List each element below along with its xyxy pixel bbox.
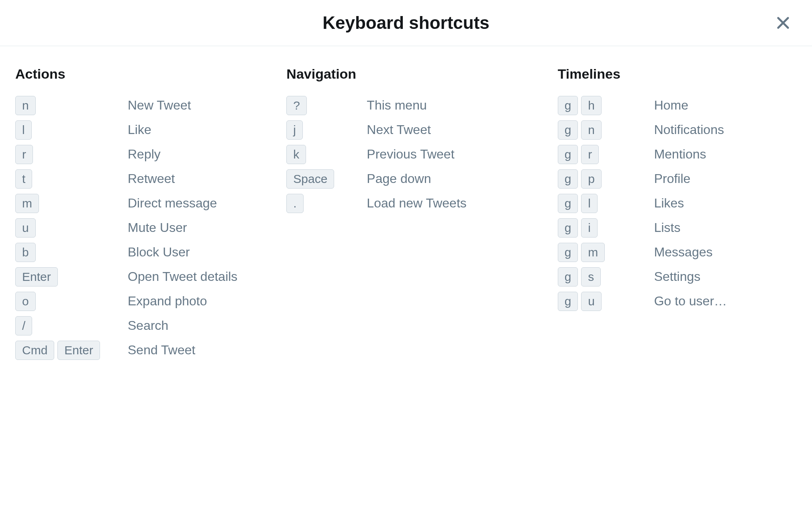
key: Cmd: [15, 341, 54, 360]
key: g: [558, 145, 578, 164]
section-heading: Actions: [15, 66, 254, 82]
shortcut-desc: Messages: [654, 245, 713, 260]
shortcut-row: g s Settings: [558, 264, 797, 289]
key: t: [15, 169, 32, 189]
shortcut-row: o Expand photo: [15, 289, 254, 313]
shortcut-keys: r: [15, 145, 128, 164]
shortcut-row: t Retweet: [15, 167, 254, 191]
section-navigation: Navigation ? This menu j Next Tweet k Pr…: [286, 66, 525, 362]
key: n: [15, 96, 36, 115]
shortcut-row: / Search: [15, 313, 254, 338]
shortcut-keys: g p: [558, 169, 654, 189]
shortcut-keys: g l: [558, 194, 654, 213]
shortcut-row: g u Go to user…: [558, 289, 797, 313]
shortcut-row: g p Profile: [558, 167, 797, 191]
shortcut-desc: Load new Tweets: [367, 196, 466, 211]
shortcut-desc: Expand photo: [128, 294, 207, 309]
shortcut-row: l Like: [15, 118, 254, 142]
shortcut-keys: g h: [558, 96, 654, 115]
shortcut-row: Enter Open Tweet details: [15, 264, 254, 289]
key: r: [581, 145, 599, 164]
shortcut-desc: New Tweet: [128, 98, 191, 113]
shortcut-row: g m Messages: [558, 240, 797, 264]
shortcut-keys: t: [15, 169, 128, 189]
key: g: [558, 218, 578, 238]
shortcut-desc: Lists: [654, 220, 681, 235]
key: Space: [286, 169, 334, 189]
key: .: [286, 194, 303, 213]
shortcut-keys: /: [15, 316, 128, 335]
shortcut-row: Space Page down: [286, 167, 525, 191]
modal-body: Actions n New Tweet l Like r Reply t Ret…: [0, 46, 812, 382]
section-heading: Timelines: [558, 66, 797, 82]
shortcut-row: j Next Tweet: [286, 118, 525, 142]
shortcut-keys: ?: [286, 96, 367, 115]
shortcut-desc: Like: [128, 122, 151, 137]
key: p: [581, 169, 602, 189]
shortcut-row: k Previous Tweet: [286, 142, 525, 167]
key: g: [558, 96, 578, 115]
shortcut-desc: Home: [654, 98, 688, 113]
section-timelines: Timelines g h Home g n Notifications g r: [558, 66, 797, 362]
shortcut-keys: g s: [558, 267, 654, 286]
key: m: [15, 194, 39, 213]
shortcut-desc: Go to user…: [654, 294, 727, 309]
shortcut-keys: .: [286, 194, 367, 213]
shortcut-desc: Search: [128, 318, 168, 333]
shortcut-desc: This menu: [367, 98, 426, 113]
shortcut-keys: b: [15, 243, 128, 262]
key: n: [581, 120, 602, 140]
section-heading: Navigation: [286, 66, 525, 82]
shortcut-desc: Previous Tweet: [367, 147, 454, 162]
shortcut-keys: j: [286, 120, 367, 140]
shortcut-keys: k: [286, 145, 367, 164]
shortcut-keys: n: [15, 96, 128, 115]
shortcut-row: . Load new Tweets: [286, 191, 525, 215]
key: Enter: [57, 341, 100, 360]
shortcut-row: n New Tweet: [15, 93, 254, 118]
key: Enter: [15, 267, 58, 286]
modal-title: Keyboard shortcuts: [16, 13, 796, 33]
shortcut-desc: Settings: [654, 269, 701, 284]
key: g: [558, 292, 578, 311]
shortcut-row: g n Notifications: [558, 118, 797, 142]
shortcut-row: ? This menu: [286, 93, 525, 118]
key: k: [286, 145, 306, 164]
shortcut-keys: l: [15, 120, 128, 140]
shortcut-desc: Open Tweet details: [128, 269, 237, 284]
shortcut-keys: g m: [558, 243, 654, 262]
shortcut-desc: Reply: [128, 147, 161, 162]
shortcut-row: u Mute User: [15, 215, 254, 240]
shortcut-desc: Next Tweet: [367, 122, 430, 137]
key: g: [558, 120, 578, 140]
key: u: [15, 218, 36, 238]
shortcut-keys: Space: [286, 169, 367, 189]
key: i: [581, 218, 598, 238]
shortcut-row: b Block User: [15, 240, 254, 264]
shortcut-keys: m: [15, 194, 128, 213]
shortcut-keys: Enter: [15, 267, 128, 286]
shortcut-keys: g r: [558, 145, 654, 164]
close-button[interactable]: [773, 13, 793, 33]
key: g: [558, 267, 578, 286]
shortcut-desc: Direct message: [128, 196, 217, 211]
key: u: [581, 292, 602, 311]
key: j: [286, 120, 303, 140]
shortcut-desc: Page down: [367, 171, 431, 186]
modal-header: Keyboard shortcuts: [0, 0, 812, 46]
key: m: [581, 243, 605, 262]
key: r: [15, 145, 33, 164]
shortcut-row: g l Likes: [558, 191, 797, 215]
shortcut-keys: g u: [558, 292, 654, 311]
shortcut-row: g h Home: [558, 93, 797, 118]
shortcut-row: g r Mentions: [558, 142, 797, 167]
key: /: [15, 316, 32, 335]
shortcut-row: g i Lists: [558, 215, 797, 240]
key: l: [581, 194, 598, 213]
key: s: [581, 267, 601, 286]
shortcut-keys: u: [15, 218, 128, 238]
shortcut-row: m Direct message: [15, 191, 254, 215]
shortcut-desc: Profile: [654, 171, 691, 186]
shortcut-row: r Reply: [15, 142, 254, 167]
key: l: [15, 120, 32, 140]
